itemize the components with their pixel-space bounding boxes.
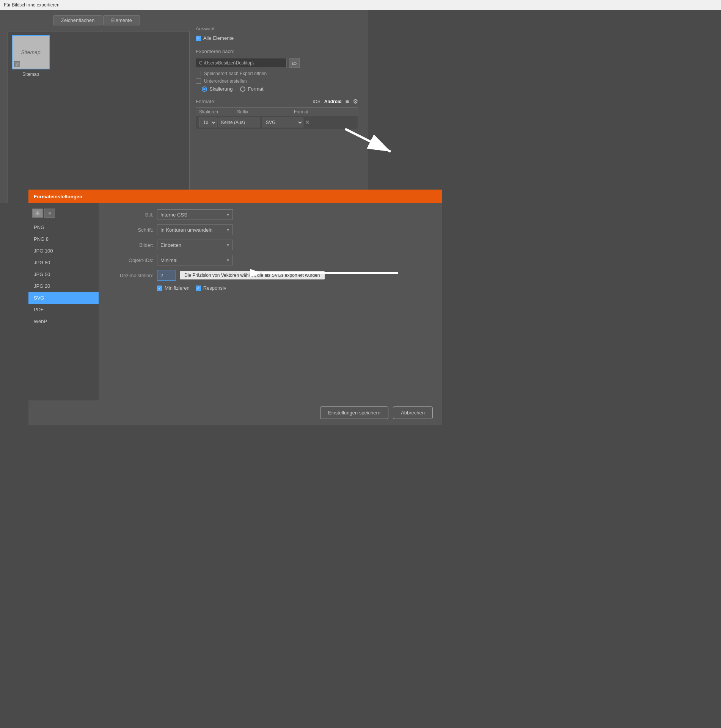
right-panel: Auswahl: ✓ Alle Elemente Exportieren nac… — [190, 20, 364, 135]
skalierung-radio-label: Skalierung — [209, 86, 232, 92]
remove-format-button[interactable]: ✕ — [305, 119, 310, 126]
col-skalieren-header: Skalieren — [199, 109, 237, 115]
schrift-row: Schrift: In Konturen umwandeln — [108, 224, 433, 235]
unterordner-label: Unterordner erstellen — [204, 78, 247, 84]
folder-icon: 🗁 — [292, 60, 297, 66]
format-item-jpg100[interactable]: JPG 100 — [28, 245, 99, 257]
bilder-row: Bilder: Einbetten — [108, 240, 433, 250]
settings-panel: Stil: Interne CSS Schrift: In Konturen u… — [99, 203, 442, 400]
bilder-select-wrapper: Einbetten — [157, 240, 233, 250]
objekt-ids-label: Objekt-IDs: — [108, 257, 153, 263]
folder-button[interactable]: 🗁 — [289, 58, 300, 68]
format-list: ⊞ ≡ PNG PNG 8 JPG 100 JPG 80 JPG 50 JPG … — [28, 203, 99, 400]
alle-elemente-item[interactable]: ✓ Alle Elemente — [196, 35, 234, 41]
formats-actions: iOS Android ≡ ⚙ — [313, 98, 358, 105]
checkbox-row: ✓ Minifizieren ✓ Responsiv — [108, 285, 433, 291]
artboard-thumbnail-text: Sitemap — [21, 49, 40, 55]
bilder-select[interactable]: Einbetten — [157, 240, 233, 250]
format-item-svg[interactable]: SVG — [28, 292, 99, 304]
grid-view-button[interactable]: ⊞ — [32, 209, 43, 218]
minifizieren-label[interactable]: ✓ Minifizieren — [157, 285, 190, 291]
format-item-jpg80[interactable]: JPG 80 — [28, 257, 99, 268]
list-icon[interactable]: ≡ — [346, 98, 349, 105]
format-item-png[interactable]: PNG — [28, 221, 99, 233]
auswahl-label: Auswahl: — [196, 26, 358, 31]
ios-button[interactable]: iOS — [313, 99, 320, 104]
title-text: Für Bildschirme exportieren — [4, 2, 60, 8]
tab-elemente[interactable]: Elemente — [103, 15, 140, 25]
formats-label: Formate: — [196, 99, 215, 104]
artboard-checkbox[interactable]: ✓ — [14, 61, 20, 67]
suffix-input[interactable] — [218, 118, 260, 127]
alle-elemente-checkbox[interactable]: ✓ — [196, 36, 201, 41]
dialog-title-text: Formateinstellungen — [34, 194, 82, 199]
format-item-jpg50[interactable]: JPG 50 — [28, 268, 99, 280]
schrift-select[interactable]: In Konturen umwandeln — [157, 224, 233, 235]
formats-table: Skalieren Suffix Format 1x SVG ✕ — [196, 107, 358, 129]
format-item-webp[interactable]: WebP — [28, 315, 99, 327]
skalierung-radio[interactable]: Skalierung — [202, 86, 232, 92]
unterordner-row: Unterordner erstellen — [196, 78, 358, 84]
objekt-ids-row: Objekt-IDs: Minimal — [108, 255, 433, 265]
format-item-png8[interactable]: PNG 8 — [28, 233, 99, 245]
format-item-jpg20[interactable]: JPG 20 — [28, 280, 99, 292]
artboard-label: Sitemap — [22, 72, 39, 77]
stil-label: Stil: — [108, 212, 153, 218]
alle-elemente-label: Alle Elemente — [203, 35, 234, 41]
speicherort-row: Speicherort nach Export öffnen — [196, 71, 358, 76]
dezimalstellen-label: Dezimalstellen: — [108, 273, 153, 278]
save-button[interactable]: Einstellungen speichern — [320, 406, 388, 419]
format-radio-dot — [240, 86, 245, 92]
format-select[interactable]: SVG — [262, 118, 303, 127]
dialog-body: ⊞ ≡ PNG PNG 8 JPG 100 JPG 80 JPG 50 JPG … — [28, 203, 442, 400]
stil-select-wrapper: Interne CSS — [157, 209, 233, 220]
selection-row: ✓ Alle Elemente — [196, 35, 358, 41]
title-bar: Für Bildschirme exportieren — [0, 0, 721, 10]
format-settings-dialog: Formateinstellungen ⊞ ≡ PNG PNG 8 JPG 10… — [28, 190, 442, 425]
path-input[interactable] — [196, 58, 287, 68]
exportieren-nach-label: Exportieren nach: — [196, 49, 358, 54]
responsiv-checkbox[interactable]: ✓ — [196, 286, 201, 291]
skalierung-format-group: Skalierung Format — [196, 86, 358, 92]
skalierung-radio-dot — [202, 86, 207, 92]
unterordner-checkbox[interactable] — [196, 78, 201, 84]
dezimalstellen-row: Dezimalstellen: Die Präzision von Vektor… — [108, 270, 433, 281]
responsiv-text: Responsiv — [203, 285, 226, 291]
formats-table-header: Skalieren Suffix Format — [196, 108, 358, 116]
formats-header: Formate: iOS Android ≡ ⚙ — [196, 98, 358, 105]
artboards-panel: Sitemap ✓ Sitemap — [8, 31, 190, 203]
stil-select[interactable]: Interne CSS — [157, 209, 233, 220]
artboard-item[interactable]: Sitemap ✓ Sitemap — [8, 31, 53, 81]
speicherort-label: Speicherort nach Export öffnen — [204, 71, 267, 76]
col-suffix-header: Suffix — [237, 109, 294, 115]
bilder-label: Bilder: — [108, 242, 153, 248]
col-format-header: Format — [294, 109, 355, 115]
format-radio-label: Format — [248, 86, 263, 92]
minifizieren-text: Minifizieren — [165, 285, 190, 291]
format-radio[interactable]: Format — [240, 86, 263, 92]
minifizieren-checkbox[interactable]: ✓ — [157, 286, 162, 291]
dialog-footer: Einstellungen speichern Abbrechen — [28, 400, 442, 425]
speicherort-checkbox[interactable] — [196, 71, 201, 76]
objekt-ids-select-wrapper: Minimal — [157, 255, 233, 265]
artboard-thumbnail: Sitemap ✓ — [12, 35, 50, 69]
gear-icon[interactable]: ⚙ — [353, 98, 358, 105]
schrift-label: Schrift: — [108, 227, 153, 233]
format-item-pdf[interactable]: PDF — [28, 304, 99, 315]
scale-dropdown[interactable]: 1x — [199, 118, 217, 127]
schrift-select-wrapper: In Konturen umwandeln — [157, 224, 233, 235]
android-button[interactable]: Android — [324, 99, 342, 104]
list-view-button[interactable]: ≡ — [44, 209, 55, 218]
tooltip-dezimalstellen: Die Präzision von Vektoren wählen, die a… — [180, 271, 325, 279]
formats-table-row: 1x SVG ✕ — [196, 116, 358, 129]
dezimalstellen-input[interactable] — [157, 270, 176, 281]
main-export-dialog: Zeichenflächen Elemente Sitemap ✓ Sitema… — [0, 10, 368, 203]
dialog-titlebar: Formateinstellungen — [28, 190, 442, 203]
responsiv-label[interactable]: ✓ Responsiv — [196, 285, 226, 291]
format-list-icons: ⊞ ≡ — [28, 206, 99, 221]
cancel-button[interactable]: Abbrechen — [393, 406, 433, 419]
tab-zeichenflaechen[interactable]: Zeichenflächen — [53, 15, 102, 25]
stil-row: Stil: Interne CSS — [108, 209, 433, 220]
objekt-ids-select[interactable]: Minimal — [157, 255, 233, 265]
export-path-row: 🗁 — [196, 58, 358, 68]
